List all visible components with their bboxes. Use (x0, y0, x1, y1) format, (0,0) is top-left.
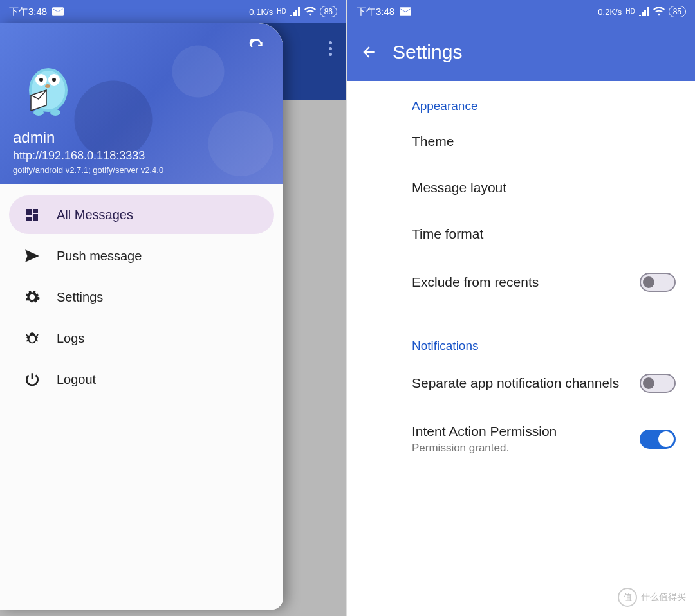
wifi-icon (304, 7, 316, 16)
overflow-menu-button[interactable] (329, 41, 332, 56)
watermark: 值 什么值得买 (618, 588, 686, 607)
divider (348, 314, 695, 314)
watermark-text: 什么值得买 (641, 592, 686, 603)
drawer-server-url: http://192.168.0.118:3333 (13, 149, 270, 163)
signal-icon (639, 7, 649, 16)
drawer-item-logs[interactable]: Logs (9, 319, 274, 358)
phone-right: 下午3:48 0.2K/s HD 85 Settings Appearance … (348, 0, 695, 616)
setting-intent-permission[interactable]: Intent Action Permission Permission gran… (348, 408, 695, 470)
drawer-item-logout[interactable]: Logout (9, 360, 274, 399)
status-netspeed: 0.1K/s (249, 7, 273, 17)
svg-point-3 (39, 78, 43, 82)
battery-indicator: 86 (320, 6, 337, 17)
setting-title: Intent Action Permission (412, 424, 640, 439)
back-button[interactable] (360, 44, 377, 60)
status-hd: HD (277, 8, 286, 15)
drawer-item-label: Push message (57, 249, 142, 264)
setting-title: Time format (412, 226, 676, 242)
gear-icon (23, 288, 41, 306)
send-icon (23, 247, 41, 265)
setting-separate-channels[interactable]: Separate app notification channels (348, 358, 695, 408)
svg-point-6 (45, 84, 50, 88)
setting-exclude-recents[interactable]: Exclude from recents (348, 257, 695, 307)
setting-title: Message layout (412, 180, 676, 195)
toggle-intent-permission[interactable] (640, 430, 676, 449)
mail-icon (52, 7, 64, 16)
battery-indicator: 85 (669, 6, 686, 17)
phone-left: 下午3:48 0.1K/s HD 86 (0, 0, 348, 616)
setting-title: Separate app notification channels (412, 376, 640, 391)
section-header-notifications: Notifications (348, 321, 695, 358)
drawer-version: gotify/android v2.7.1; gotify/server v2.… (13, 165, 270, 175)
setting-title: Theme (412, 134, 676, 149)
drawer-item-label: Logs (57, 331, 84, 346)
toggle-exclude-recents[interactable] (640, 273, 676, 292)
settings-body: Appearance Theme Message layout Time for… (348, 81, 695, 616)
drawer-item-settings[interactable]: Settings (9, 278, 274, 316)
drawer-username: admin (13, 129, 270, 147)
navigation-drawer: admin http://192.168.0.118:3333 gotify/a… (0, 23, 283, 610)
setting-time-format[interactable]: Time format (348, 211, 695, 257)
setting-message-layout[interactable]: Message layout (348, 165, 695, 211)
status-hd: HD (626, 8, 635, 15)
setting-theme[interactable]: Theme (348, 118, 695, 165)
drawer-item-all-messages[interactable]: All Messages (9, 195, 274, 234)
drawer-item-push-message[interactable]: Push message (9, 237, 274, 275)
page-title: Settings (393, 41, 462, 63)
drawer-item-label: Settings (57, 290, 103, 305)
wifi-icon (653, 7, 665, 16)
svg-point-8 (50, 109, 60, 116)
section-header-appearance: Appearance (348, 81, 695, 118)
drawer-item-label: All Messages (57, 208, 133, 222)
mail-icon (400, 7, 411, 16)
settings-appbar: Settings (348, 23, 695, 81)
svg-point-7 (33, 109, 44, 116)
dashboard-icon (23, 206, 41, 224)
refresh-icon (248, 39, 265, 55)
status-bar: 下午3:48 0.2K/s HD 85 (348, 0, 695, 23)
signal-icon (290, 7, 301, 16)
status-bar: 下午3:48 0.1K/s HD 86 (0, 0, 346, 23)
refresh-button[interactable] (247, 37, 266, 57)
status-time: 下午3:48 (357, 6, 394, 18)
setting-subtitle: Permission granted. (412, 442, 640, 455)
status-netspeed: 0.2K/s (598, 7, 622, 17)
bug-icon (23, 329, 41, 347)
drawer-header: admin http://192.168.0.118:3333 gotify/a… (0, 23, 283, 184)
drawer-list: All Messages Push message Settings Logs (0, 184, 283, 610)
drawer-item-label: Logout (57, 372, 96, 387)
setting-title: Exclude from recents (412, 275, 640, 290)
power-icon (23, 370, 41, 388)
status-time: 下午3:48 (9, 6, 47, 18)
gopher-icon (13, 58, 77, 122)
toggle-separate-channels[interactable] (640, 374, 676, 393)
svg-point-5 (52, 78, 56, 82)
watermark-badge: 值 (618, 588, 637, 607)
